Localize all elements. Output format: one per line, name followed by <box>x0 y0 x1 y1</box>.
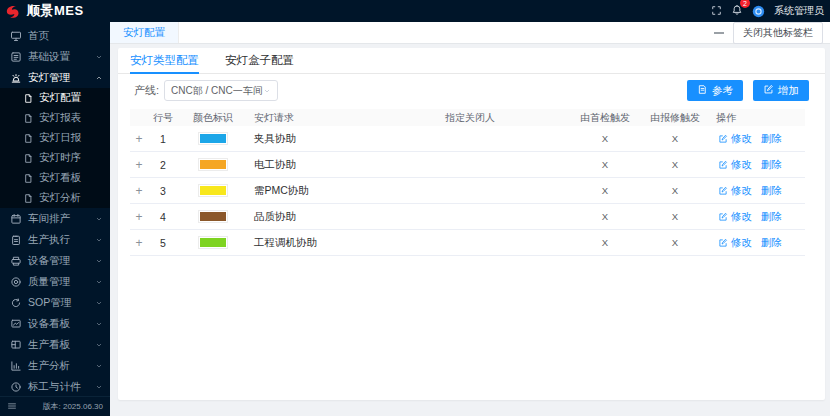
actions-cell: 修改删除 <box>710 132 804 146</box>
sidebar-subitem-andon-analysis[interactable]: 安灯分析 <box>0 188 110 208</box>
sidebar-item-quality-management[interactable]: 质量管理 <box>0 271 110 292</box>
document-icon <box>697 84 708 97</box>
delete-link[interactable]: 删除 <box>761 184 782 198</box>
logo-icon <box>5 4 22 19</box>
add-button[interactable]: 增加 <box>753 80 809 101</box>
color-swatch <box>198 184 228 197</box>
andon-request-cell: 夹具协助 <box>248 132 370 146</box>
sidebar-item-piecework[interactable]: 标工与计件 <box>0 376 110 397</box>
tab-andon-type-config[interactable]: 安灯类型配置 <box>130 48 199 73</box>
sidebar-subitem-andon-config[interactable]: 安灯配置 <box>0 88 110 108</box>
notification-button[interactable]: 2 <box>731 2 743 20</box>
color-cell <box>178 158 248 171</box>
config-tabs: 安灯类型配置 安灯盒子配置 <box>118 48 825 74</box>
home-icon <box>10 30 22 42</box>
sidebar-item-production-analysis[interactable]: 生产分析 <box>0 355 110 376</box>
sidebar-subitem-andon-daily[interactable]: 安灯日报 <box>0 128 110 148</box>
toolbar: 产线: CNC部 / CNC一车间 参考 增加 <box>118 76 825 105</box>
sidebar-menu: 首页基础设置安灯管理安灯配置安灯报表安灯日报安灯时序安灯看板安灯分析车间排产生产… <box>0 22 110 397</box>
delete-link[interactable]: 删除 <box>761 210 782 224</box>
sidebar-item-home[interactable]: 首页 <box>0 25 110 46</box>
chevron-down-icon <box>95 299 103 307</box>
tab-bar-actions: 关闭其他标签栏 <box>714 22 830 44</box>
sidebar-submenu: 安灯配置安灯报表安灯日报安灯时序安灯看板安灯分析 <box>0 88 110 208</box>
delete-link[interactable]: 删除 <box>761 236 782 250</box>
file-icon <box>23 133 34 144</box>
tab-andon-box-config[interactable]: 安灯盒子配置 <box>225 48 294 73</box>
delete-link[interactable]: 删除 <box>761 158 782 172</box>
color-swatch <box>198 210 228 223</box>
actions-cell: 修改删除 <box>710 210 804 224</box>
row-number-cell: 1 <box>148 133 178 145</box>
color-swatch <box>198 158 228 171</box>
tab-andon-config[interactable]: 安灯配置 <box>110 22 179 43</box>
chevron-down-icon <box>95 236 103 244</box>
sidebar-item-production-board[interactable]: 生产看板 <box>0 334 110 355</box>
close-other-tabs-button[interactable]: 关闭其他标签栏 <box>733 22 823 44</box>
color-swatch <box>198 132 228 145</box>
quality-icon <box>10 276 22 288</box>
row-number-cell: 2 <box>148 159 178 171</box>
sidebar-item-equipment-management[interactable]: 设备管理 <box>0 250 110 271</box>
chevron-down-icon <box>263 87 271 95</box>
sidebar: 首页基础设置安灯管理安灯配置安灯报表安灯日报安灯时序安灯看板安灯分析车间排产生产… <box>0 22 110 416</box>
sidebar-item-label: 设备看板 <box>28 317 70 331</box>
sidebar-item-equipment-board[interactable]: 设备看板 <box>0 313 110 334</box>
schedule-icon <box>10 213 22 225</box>
color-swatch <box>198 236 228 249</box>
row-number-cell: 4 <box>148 211 178 223</box>
expand-row-button[interactable]: + <box>130 158 148 172</box>
sidebar-item-label: 设备管理 <box>28 254 70 268</box>
chevron-up-icon <box>95 74 103 82</box>
edit-link[interactable]: 修改 <box>718 236 752 250</box>
sidebar-item-basic-settings[interactable]: 基础设置 <box>0 46 110 67</box>
color-cell <box>178 184 248 197</box>
chevron-down-icon <box>95 362 103 370</box>
edit-link[interactable]: 修改 <box>718 184 752 198</box>
production-line-select[interactable]: CNC部 / CNC一车间 <box>164 80 278 101</box>
first-inspection-trigger-cell: X <box>570 237 640 248</box>
sidebar-item-production-execution[interactable]: 生产执行 <box>0 229 110 250</box>
color-cell <box>178 210 248 223</box>
table-header: 行号颜色标识安灯请求指定关闭人由首检触发由报修触发操作 <box>130 109 805 126</box>
edit-link[interactable]: 修改 <box>718 132 752 146</box>
first-inspection-trigger-cell: X <box>570 185 640 196</box>
chevron-down-icon <box>95 341 103 349</box>
expand-row-button[interactable]: + <box>130 210 148 224</box>
column-header: 行号 <box>148 111 178 125</box>
edit-link[interactable]: 修改 <box>718 158 752 172</box>
actions-cell: 修改删除 <box>710 184 804 198</box>
production-line-label: 产线: <box>134 83 159 98</box>
reference-button[interactable]: 参考 <box>687 80 743 101</box>
app-title: 顺景MES <box>27 2 84 20</box>
column-header: 安灯请求 <box>248 111 370 125</box>
sidebar-subitem-andon-sequence[interactable]: 安灯时序 <box>0 148 110 168</box>
chevron-down-icon <box>95 320 103 328</box>
user-avatar[interactable] <box>752 5 765 18</box>
chevron-down-icon <box>95 257 103 265</box>
sidebar-item-workshop-scheduling[interactable]: 车间排产 <box>0 208 110 229</box>
file-icon <box>23 153 34 164</box>
column-header: 颜色标识 <box>178 111 248 125</box>
delete-link[interactable]: 删除 <box>761 132 782 146</box>
table-row: +1夹具协助XX修改删除 <box>130 126 805 152</box>
expand-row-button[interactable]: + <box>130 132 148 146</box>
color-cell <box>178 132 248 145</box>
sidebar-subitem-label: 安灯分析 <box>39 191 81 205</box>
column-header: 操作 <box>710 111 804 125</box>
sidebar-subitem-andon-report[interactable]: 安灯报表 <box>0 108 110 128</box>
file-icon <box>23 93 34 104</box>
sidebar-item-andon-management[interactable]: 安灯管理 <box>0 67 110 88</box>
edit-link[interactable]: 修改 <box>718 210 752 224</box>
equipment-icon <box>10 255 22 267</box>
top-bar: 顺景MES 2 系统管理员 <box>0 0 830 22</box>
more-tabs-icon[interactable] <box>714 32 724 34</box>
sidebar-subitem-andon-board[interactable]: 安灯看板 <box>0 168 110 188</box>
collapse-sidebar-button[interactable] <box>7 401 17 413</box>
edit-icon <box>718 134 728 144</box>
expand-row-button[interactable]: + <box>130 236 148 250</box>
fullscreen-button[interactable] <box>711 2 722 20</box>
dashboard-icon <box>10 339 22 351</box>
expand-row-button[interactable]: + <box>130 184 148 198</box>
sidebar-item-sop-management[interactable]: SOP管理 <box>0 292 110 313</box>
